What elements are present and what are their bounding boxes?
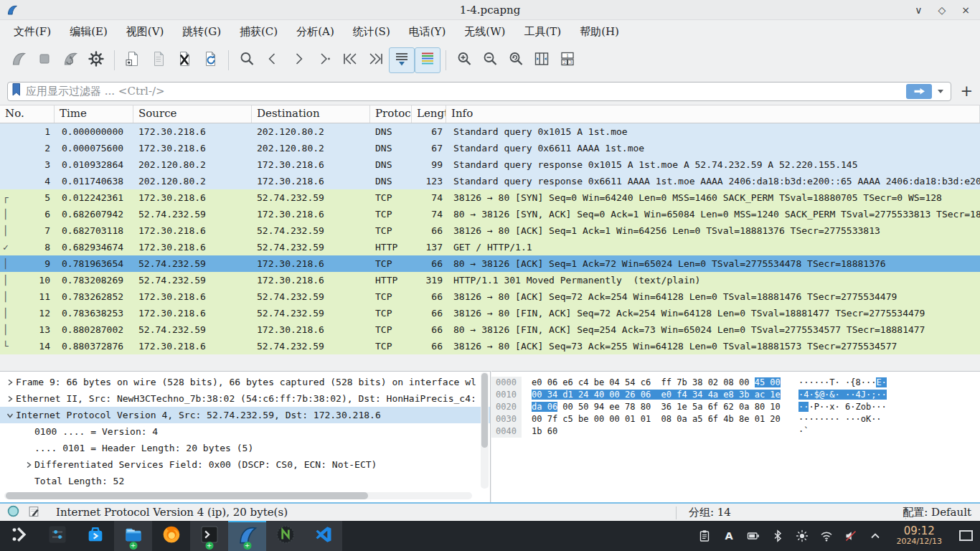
menu-item-10[interactable]: 工具(T) xyxy=(514,22,570,42)
clipboard-icon[interactable] xyxy=(697,529,712,543)
taskbar-clock[interactable]: 09:12 2024/12/13 xyxy=(897,525,942,547)
firefox-taskbar-button[interactable] xyxy=(152,521,190,551)
zoom-out-button[interactable] xyxy=(477,47,503,73)
tree-expand-icon[interactable] xyxy=(4,412,16,419)
packet-row[interactable]: 20.000075600172.30.218.6202.120.80.2DNS6… xyxy=(0,140,980,156)
detail-horizontal-scrollbar[interactable] xyxy=(4,492,472,499)
packet-row[interactable]: │110.783262852172.30.218.652.74.232.59TC… xyxy=(0,288,980,305)
volume-muted-icon[interactable] xyxy=(844,529,858,543)
packet-row[interactable]: ┌50.012242361172.30.218.652.74.232.59TCP… xyxy=(0,189,980,206)
packet-cell-no: 2 xyxy=(14,140,55,156)
menu-item-5[interactable]: 捕获(C) xyxy=(230,22,287,42)
column-header-no[interactable]: No. xyxy=(0,105,55,123)
hex-row[interactable]: 0000e0 06 e6 c4 be 04 54 c6 ff 7b 38 02 … xyxy=(491,377,980,389)
packet-row[interactable]: │90.78196365452.74.232.59172.30.218.6TCP… xyxy=(0,255,980,272)
column-header-source[interactable]: Source xyxy=(133,105,252,123)
packet-row[interactable]: │70.682703118172.30.218.652.74.232.59TCP… xyxy=(0,222,980,239)
detail-row[interactable]: Internet Protocol Version 4, Src: 52.74.… xyxy=(0,407,490,423)
packet-row[interactable]: ✓80.682934674172.30.218.652.74.232.59HTT… xyxy=(0,239,980,255)
bookmark-icon[interactable] xyxy=(11,83,22,100)
battery-icon[interactable] xyxy=(746,529,760,543)
tree-collapse-icon[interactable] xyxy=(4,395,16,402)
layout-panes-button[interactable]: 123 xyxy=(555,47,580,73)
go-forward-button[interactable] xyxy=(286,47,311,73)
wifi-icon[interactable] xyxy=(819,529,834,543)
go-first-button[interactable] xyxy=(337,47,363,73)
detail-row[interactable]: Total Length: 52 xyxy=(0,473,490,489)
terminal-taskbar-button[interactable]: + xyxy=(190,521,228,551)
menu-item-8[interactable]: 电话(Y) xyxy=(400,22,456,42)
apply-filter-button[interactable] xyxy=(906,84,932,99)
packet-row[interactable]: 10.000000000172.30.218.6202.120.80.2DNS6… xyxy=(0,123,980,140)
file-manager-taskbar-button[interactable]: + xyxy=(114,521,152,551)
packet-row[interactable]: │120.783638253172.30.218.652.74.232.59TC… xyxy=(0,305,980,321)
minimize-button[interactable]: ∨ xyxy=(915,5,922,15)
column-header-time[interactable]: Time xyxy=(55,105,133,123)
packet-row[interactable]: │100.78320826952.74.232.59172.30.218.6HT… xyxy=(0,272,980,288)
menu-item-11[interactable]: 帮助(H) xyxy=(570,22,628,42)
display-filter-input[interactable]: 应用显示过滤器 ... <Ctrl-/> xyxy=(7,82,951,101)
packet-row[interactable]: │130.88028700252.74.232.59172.30.218.6TC… xyxy=(0,321,980,338)
system-settings-taskbar-button[interactable] xyxy=(38,521,76,551)
colorize-button[interactable] xyxy=(415,47,440,73)
column-header-lengtl[interactable]: Lengtl xyxy=(412,105,446,123)
tree-collapse-icon[interactable] xyxy=(23,461,34,468)
packet-row[interactable]: └140.880372876172.30.218.652.74.232.59TC… xyxy=(0,338,980,354)
wireshark-taskbar-button[interactable]: + xyxy=(228,521,266,551)
add-filter-button[interactable]: + xyxy=(960,84,973,99)
packet-cell-no: 10 xyxy=(14,272,55,288)
zoom-in-icon xyxy=(456,50,473,70)
menu-item-3[interactable]: 视图(V) xyxy=(117,22,174,42)
brightness-icon[interactable] xyxy=(795,529,809,543)
show-desktop-button[interactable] xyxy=(959,530,973,541)
discover-taskbar-button[interactable] xyxy=(76,521,114,551)
reload-file-button[interactable] xyxy=(197,47,223,73)
menu-item-2[interactable]: 编辑(E) xyxy=(60,22,117,42)
tree-collapse-icon[interactable] xyxy=(4,379,16,386)
filter-dropdown-icon[interactable] xyxy=(938,90,943,93)
go-back-button[interactable] xyxy=(260,47,286,73)
resize-columns-button[interactable] xyxy=(529,47,555,73)
input-method-icon[interactable]: A xyxy=(722,529,736,543)
capture-options-button[interactable] xyxy=(83,47,109,73)
detail-row[interactable]: 0100 .... = Version: 4 xyxy=(0,423,490,440)
auto-scroll-button[interactable] xyxy=(389,47,415,73)
close-button[interactable]: × xyxy=(961,5,970,15)
zoom-reset-button[interactable] xyxy=(503,47,529,73)
maximize-button[interactable]: ◇ xyxy=(938,5,946,15)
app-launcher-taskbar-button[interactable] xyxy=(0,521,38,551)
expert-info-icon[interactable] xyxy=(7,505,19,520)
hex-row[interactable]: 003000 7f c5 be 00 00 01 01 08 0a a5 6f … xyxy=(491,413,980,425)
hex-row[interactable]: 0020da 06 00 50 94 ee 78 80 36 1e 5a 6f … xyxy=(491,401,980,413)
go-last-button[interactable] xyxy=(363,47,389,73)
capture-comment-icon[interactable] xyxy=(28,505,40,520)
close-file-button[interactable] xyxy=(171,47,197,73)
column-header-destination[interactable]: Destination xyxy=(252,105,370,123)
zoom-in-button[interactable] xyxy=(451,47,477,73)
detail-vertical-scrollbar[interactable] xyxy=(481,372,489,489)
bluetooth-icon[interactable] xyxy=(771,529,785,543)
menu-item-4[interactable]: 跳转(G) xyxy=(173,22,230,42)
menu-item-6[interactable]: 分析(A) xyxy=(287,22,344,42)
neovim-taskbar-button[interactable] xyxy=(266,521,304,551)
status-profile[interactable]: 配置: Default xyxy=(903,506,971,519)
packet-row[interactable]: 30.010932864202.120.80.2172.30.218.6DNS9… xyxy=(0,156,980,173)
detail-row[interactable]: Frame 9: 66 bytes on wire (528 bits), 66… xyxy=(0,374,490,390)
menu-item-9[interactable]: 无线(W) xyxy=(455,22,514,42)
hex-row[interactable]: 00401b 60·` xyxy=(491,425,980,438)
hex-row[interactable]: 001000 34 d1 24 40 00 26 06 e0 f4 34 4a … xyxy=(491,389,980,401)
column-header-info[interactable]: Info xyxy=(446,105,980,123)
open-file-button[interactable] xyxy=(120,47,146,73)
detail-row[interactable]: Ethernet II, Src: NewH3CTechno_7b:38:02 … xyxy=(0,390,490,407)
menu-item-1[interactable]: 文件(F) xyxy=(4,22,60,42)
packet-row[interactable]: 40.011740638202.120.80.2172.30.218.6DNS1… xyxy=(0,173,980,189)
menu-item-7[interactable]: 统计(S) xyxy=(344,22,400,42)
chevron-up-icon[interactable] xyxy=(868,529,882,543)
find-packet-button[interactable] xyxy=(234,47,260,73)
vscode-taskbar-button[interactable] xyxy=(304,521,342,551)
detail-row[interactable]: .... 0101 = Header Length: 20 bytes (5) xyxy=(0,440,490,456)
packet-row[interactable]: │60.68260794252.74.232.59172.30.218.6TCP… xyxy=(0,206,980,222)
detail-row[interactable]: Differentiated Services Field: 0x00 (DSC… xyxy=(0,456,490,473)
go-to-packet-button[interactable] xyxy=(311,47,337,73)
column-header-protocol[interactable]: Protocol xyxy=(370,105,412,123)
